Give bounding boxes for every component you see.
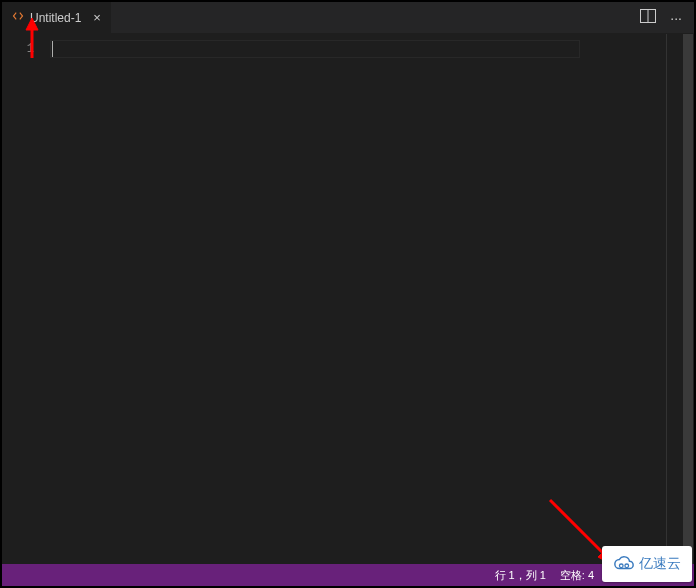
split-editor-icon[interactable] [640, 9, 656, 26]
code-line-1 [50, 40, 666, 58]
close-tab-icon[interactable]: × [93, 10, 101, 25]
line-number-gutter: 1 [2, 34, 50, 564]
watermark-badge: 亿速云 [602, 546, 692, 582]
svg-point-7 [625, 564, 629, 568]
text-cursor [52, 41, 53, 57]
line-number: 1 [2, 40, 34, 58]
status-cursor-position[interactable]: 行 1，列 1 [495, 568, 546, 583]
vertical-scrollbar[interactable] [682, 34, 694, 564]
status-bar: 行 1，列 1 空格: 4 UTF-8 CRLF [2, 564, 694, 586]
minimap[interactable] [666, 34, 682, 564]
tab-title: Untitled-1 [30, 11, 81, 25]
cloud-logo-icon [613, 553, 635, 575]
scrollbar-thumb[interactable] [683, 34, 693, 564]
watermark-text: 亿速云 [639, 555, 681, 573]
tabs-container: Untitled-1 × [2, 2, 112, 33]
tab-bar: Untitled-1 × ··· [2, 2, 694, 34]
svg-point-6 [619, 564, 623, 568]
more-actions-icon[interactable]: ··· [670, 10, 682, 26]
editor-body: 1 [2, 34, 694, 564]
editor-window: Untitled-1 × ··· 1 行 1，列 1 空格: 4 UTF- [0, 0, 696, 588]
code-editor-area[interactable] [50, 34, 666, 564]
tab-actions: ··· [640, 9, 694, 26]
code-file-icon [12, 10, 24, 25]
tab-untitled-1[interactable]: Untitled-1 × [2, 2, 112, 33]
status-indentation[interactable]: 空格: 4 [560, 568, 594, 583]
